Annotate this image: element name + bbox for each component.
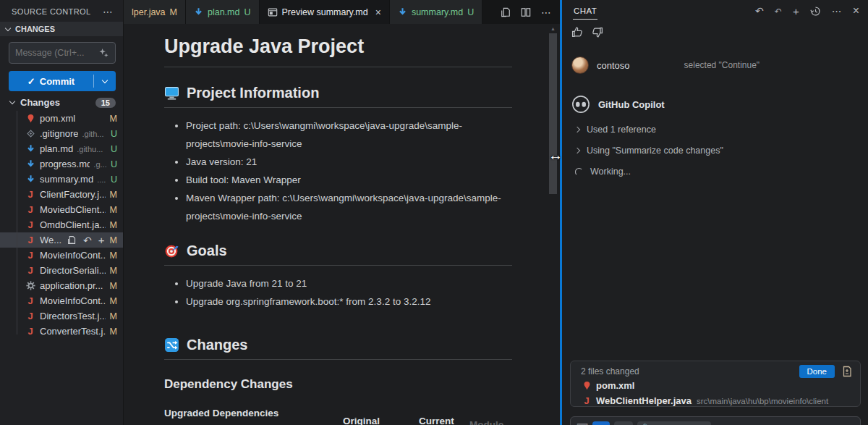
more-actions-icon[interactable] (541, 7, 551, 18)
voice-chip[interactable]: ► (592, 421, 610, 425)
file-row-moviedbclient[interactable]: MoviedbClient... M (0, 202, 123, 217)
git-status-badge: U (244, 7, 250, 17)
changes-tree-header[interactable]: Changes 15 (0, 91, 123, 111)
java-file-icon (25, 235, 36, 245)
info-bullet-list: Project path: c:\Users\wangmi\workspace\… (186, 117, 512, 225)
file-row-directorserial[interactable]: DirectorSeriali... M (0, 263, 123, 278)
file-row-applicationprops[interactable]: application.pr... M (0, 278, 123, 293)
doc-title: Upgrade Java Project (164, 35, 512, 67)
more-actions-icon[interactable] (832, 5, 842, 17)
more-actions-icon[interactable] (103, 7, 113, 17)
file-row-gitignore[interactable]: .gitignore .gith... U (0, 126, 123, 141)
tab-chat[interactable]: CHAT (573, 2, 597, 20)
undo-icon[interactable] (755, 5, 764, 17)
commit-message-input[interactable] (15, 48, 98, 58)
markdown-file-icon (25, 159, 36, 169)
file-name: progress.md (40, 159, 90, 169)
file-name: ConverterTest.j... (40, 326, 106, 337)
file-name: MoviedbClient... (40, 204, 106, 215)
file-row-movieinfocont2[interactable]: MovieInfoCont... M (0, 293, 123, 308)
chat-input-box[interactable]: ⌨ ► 45 📎 Add Context... (570, 416, 861, 425)
thumbs-down-icon[interactable] (591, 26, 603, 38)
open-source-icon[interactable] (501, 7, 511, 17)
chevron-down-icon (102, 77, 108, 83)
stage-changes-icon[interactable] (98, 234, 105, 246)
bullet: Build tool: Maven Wrapper (186, 171, 512, 189)
new-chat-icon[interactable] (793, 5, 799, 17)
resize-cursor-icon (548, 147, 563, 164)
done-button[interactable]: Done (799, 365, 835, 378)
keyboard-icon: ⌨ (576, 421, 588, 425)
preview-icon (268, 7, 278, 17)
file-row-webclienthelper-selected[interactable]: We... M (0, 232, 123, 248)
using-tool-row[interactable]: Using "Summarize code changes" (571, 146, 858, 156)
file-row-movieinfocont1[interactable]: MovieInfoCont... M (0, 248, 123, 263)
commit-button[interactable]: Commit (9, 71, 116, 91)
git-status-badge: M (106, 296, 117, 306)
close-icon[interactable] (853, 4, 859, 17)
bullet: Upgrade org.springframework.boot:* from … (186, 293, 512, 311)
sparkle-icon[interactable] (98, 48, 109, 59)
discard-changes-icon[interactable] (83, 235, 92, 246)
bullet: Upgrade Java from 21 to 21 (186, 274, 512, 293)
git-status-badge: M (106, 281, 117, 291)
history-icon[interactable] (810, 6, 821, 17)
commit-dropdown-button[interactable] (94, 80, 116, 83)
split-editor-icon[interactable] (521, 7, 531, 17)
file-row-plan[interactable]: plan.md .githu... U (0, 141, 123, 156)
files-changed-card: 2 files changed Done pom.xml WebClientHe… (570, 361, 861, 407)
maven-pin-icon (25, 114, 36, 123)
add-context-button[interactable]: 📎 Add Context... (637, 421, 710, 425)
target-emoji (164, 243, 179, 258)
file-row-clientfactory[interactable]: ClientFactory.j... M (0, 187, 123, 202)
commit-label: Commit (40, 76, 75, 87)
file-name: DirectorSeriali... (40, 265, 106, 276)
scrollbar-thumb[interactable] (549, 33, 557, 194)
open-file-icon[interactable] (67, 235, 77, 245)
used-references-row[interactable]: Used 1 reference (571, 125, 858, 135)
chevron-right-icon (574, 148, 580, 153)
view-diff-icon[interactable] (841, 366, 853, 377)
tab-plan[interactable]: plan.md U (186, 0, 260, 24)
redo-icon[interactable] (775, 6, 782, 17)
file-name: pom.xml (40, 113, 75, 124)
copilot-name: GitHub Copilot (598, 99, 665, 110)
chat-panel: CHAT contoso selected "Continue" (560, 0, 868, 425)
tab-webclienthelper[interactable]: lper.java M (124, 0, 186, 24)
editor-scrollbar[interactable] (548, 24, 558, 425)
file-row-convertertest[interactable]: ConverterTest.j... M (0, 324, 123, 339)
tab-summary[interactable]: summary.md U (390, 0, 482, 24)
section-title-info: Project Information (187, 85, 319, 101)
file-name: plan.md (40, 143, 73, 154)
file-row-progress[interactable]: progress.md .g... U (0, 156, 123, 172)
file-path: .githu... (77, 145, 103, 153)
panel-resize-sash[interactable] (560, 0, 562, 425)
file-row-summary[interactable]: summary.md .... U (0, 172, 123, 187)
loading-spinner-icon (575, 168, 583, 176)
changed-file-row-pom[interactable]: pom.xml (581, 378, 853, 393)
goals-bullet-list: Upgrade Java from 21 to 21 Upgrade org.s… (186, 274, 512, 311)
tab-preview-summary[interactable]: Preview summary.md (260, 0, 390, 24)
commit-message-box[interactable] (9, 42, 116, 64)
chevron-down-icon (9, 98, 15, 104)
bullet: Maven Wrapper path: c:\Users\wangmi\work… (186, 189, 512, 225)
changed-file-row-webclienthelper[interactable]: WebClientHelper.java src\main\java\hu\bp… (581, 393, 853, 408)
git-status-badge: M (106, 251, 117, 261)
git-status-badge: M (106, 205, 117, 215)
file-row-directorstest[interactable]: DirectorsTest.j... M (0, 308, 123, 324)
thumbs-up-icon[interactable] (571, 26, 584, 38)
chevron-down-icon (5, 25, 11, 30)
close-icon[interactable] (373, 7, 381, 18)
context-count-chip[interactable]: 45 (614, 421, 633, 425)
scroll-up-arrow-icon[interactable] (550, 26, 556, 31)
file-row-omdbclient[interactable]: OmdbClient.ja... M (0, 217, 123, 232)
source-control-sidebar: SOURCE CONTROL CHANGES Commit (0, 0, 124, 425)
file-name: application.pr... (40, 280, 103, 291)
working-label: Working... (590, 167, 631, 177)
git-diamond-icon (25, 129, 36, 138)
chat-panel-header: CHAT (560, 0, 868, 22)
file-row-pom[interactable]: pom.xml M (0, 111, 123, 126)
tab-label: Preview summary.md (282, 7, 368, 17)
changes-section-header[interactable]: CHANGES (0, 22, 123, 36)
markdown-file-icon (25, 144, 36, 153)
